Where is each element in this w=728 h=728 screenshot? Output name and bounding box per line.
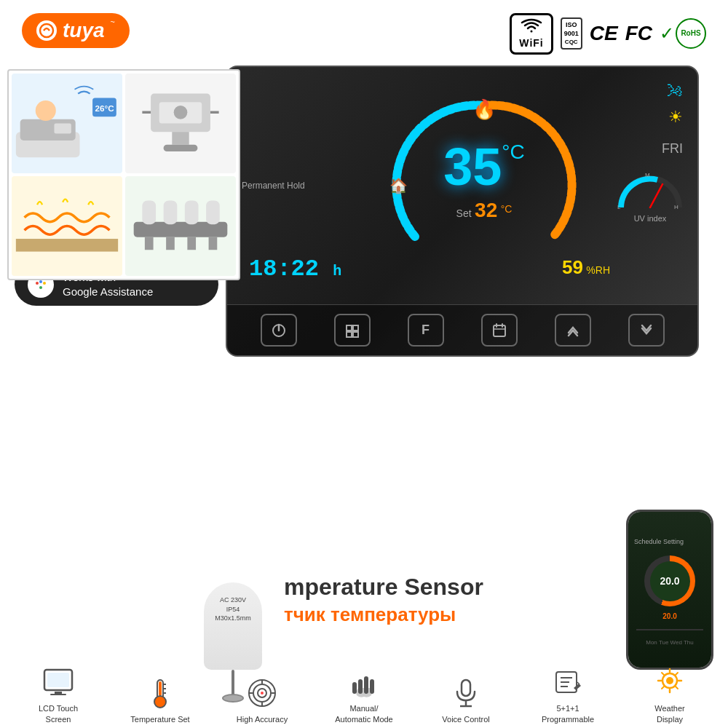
flame-icon: 🔥 (472, 98, 496, 121)
illus-floor-heating (12, 176, 122, 276)
actuator-image: AC 230VIP54M30x1.5mm (204, 582, 262, 670)
svg-point-29 (174, 106, 188, 119)
down-button[interactable] (628, 314, 665, 347)
svg-rect-35 (164, 200, 178, 224)
weather-label: WeatherDisplay (654, 703, 684, 724)
svg-point-7 (36, 282, 39, 285)
phone-temp-unit: 20.0 (662, 612, 676, 620)
svg-point-73 (666, 677, 673, 684)
svg-rect-32 (16, 239, 118, 252)
uv-label: UV index (617, 214, 683, 223)
fc-label: FC (625, 22, 652, 45)
svg-point-48 (154, 696, 166, 708)
svg-rect-47 (159, 681, 162, 696)
thermostat-screen: Permanent Hold 🔥 🏠 35 °C Set (227, 67, 697, 304)
fahrenheit-button[interactable]: F (408, 314, 444, 347)
svg-point-0 (40, 24, 53, 37)
arc-container: 🔥 🏠 35 °C Set 32 °C (382, 84, 586, 288)
wifi-signal-icon (521, 18, 542, 38)
phone-screen: Schedule Setting 20.0 20.0 Mon Tue Wed T… (628, 512, 711, 668)
svg-point-8 (39, 280, 42, 283)
svg-text:26°C: 26°C (95, 103, 115, 113)
svg-text:L: L (617, 204, 621, 210)
actuator-label: AC 230VIP54M30x1.5mm (215, 588, 251, 623)
set-unit: °C (501, 203, 513, 215)
schedule-button[interactable] (481, 314, 518, 347)
lcd-label: LCD TouchScreen (39, 703, 78, 724)
illus-manifold (125, 176, 236, 276)
thermostat-panel: Permanent Hold 🔥 🏠 35 °C Set (226, 66, 699, 357)
svg-rect-43 (47, 673, 69, 687)
tuya-text: tuya (63, 19, 105, 42)
time-display: 18:22 h (249, 256, 341, 282)
svg-rect-16 (347, 325, 352, 331)
rohs-check-icon: ✓ (660, 23, 674, 44)
svg-rect-31 (164, 144, 198, 151)
power-button[interactable] (261, 314, 297, 347)
google-line2: Google Assistance (63, 285, 153, 299)
phone-section: Schedule Setting 20.0 20.0 Mon Tue Wed T… (590, 502, 721, 677)
feature-voice: Voice Control (433, 675, 499, 724)
sensor-subtitle: тчик температуры (284, 604, 483, 626)
svg-line-79 (676, 687, 678, 689)
feature-weather: WeatherDisplay (637, 664, 703, 724)
illustrations-grid: 26°C (9, 71, 239, 279)
wifi-badge: WiFi (510, 13, 553, 55)
feature-programmable: 5+1+1Programmable (535, 664, 601, 724)
permanent-hold-label: Permanent Hold (242, 181, 305, 191)
humidity-display: 59 %RH (562, 256, 610, 279)
top-section: tuya ~ WiFi ISO9001CQC CE FC ✓ RoHS (0, 0, 728, 62)
humidity-value: 59 (562, 256, 583, 278)
thermostat-controls: F (227, 304, 697, 355)
svg-rect-45 (50, 694, 66, 695)
target-icon (244, 675, 280, 711)
svg-rect-39 (166, 237, 175, 250)
wind-icon: 🌬 (667, 82, 683, 100)
svg-rect-26 (54, 123, 71, 133)
programmable-label: 5+1+1Programmable (542, 703, 594, 724)
svg-rect-40 (187, 237, 196, 250)
weather-icon (652, 664, 688, 700)
iso-badge: ISO9001CQC (561, 17, 582, 50)
svg-point-10 (39, 286, 42, 289)
svg-rect-38 (145, 237, 154, 250)
phone-temp-value: 20.0 (660, 575, 679, 587)
actuator-device: AC 230VIP54M30x1.5mm (204, 582, 262, 670)
thermometer-icon (142, 675, 178, 711)
feature-mode: Manual/Automatic Mode (331, 664, 397, 724)
svg-rect-63 (352, 682, 357, 694)
feature-lcd: LCD TouchScreen (25, 664, 91, 724)
svg-rect-19 (353, 332, 358, 337)
mode-label: Manual/Automatic Mode (335, 703, 392, 724)
temp-unit: °C (502, 141, 524, 164)
phone-schedule-label: Mon Tue Wed Thu (646, 639, 694, 646)
phone-header: Schedule Setting (628, 534, 689, 550)
tuya-arc: ~ (111, 17, 115, 26)
time-value: 18:22 (249, 256, 319, 282)
up-button[interactable] (555, 314, 591, 347)
actuator-label-text: AC 230VIP54M30x1.5mm (215, 596, 251, 623)
feature-temp-set: Temperature Set (127, 675, 193, 724)
cert-icons: WiFi ISO9001CQC CE FC ✓ RoHS (510, 13, 706, 55)
svg-line-78 (662, 673, 664, 675)
current-temp: 35 (443, 141, 502, 193)
svg-line-71 (577, 682, 579, 684)
svg-rect-41 (209, 237, 218, 250)
features-container: LCD TouchScreen Temperature Set (7, 664, 721, 724)
temp-set-label: Temperature Set (130, 714, 189, 724)
svg-rect-64 (462, 680, 470, 696)
rohs-text: RoHS (681, 29, 700, 38)
illus-person: 26°C (12, 74, 122, 173)
accuracy-label: High Accuracy (237, 714, 288, 724)
sun-icon: ☀ (668, 108, 683, 127)
illustration-box: 26°C (7, 69, 240, 280)
svg-point-55 (261, 692, 264, 695)
feature-accuracy: High Accuracy (229, 675, 295, 724)
svg-rect-37 (206, 200, 220, 224)
svg-rect-34 (142, 200, 156, 224)
time-unit: h (333, 263, 341, 280)
svg-point-9 (43, 282, 46, 285)
svg-rect-20 (494, 325, 505, 336)
menu-button[interactable] (334, 314, 371, 347)
phone-mockup: Schedule Setting 20.0 20.0 Mon Tue Wed T… (626, 510, 713, 670)
